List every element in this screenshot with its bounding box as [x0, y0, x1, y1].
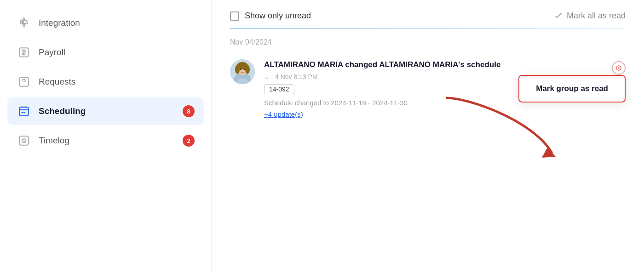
integration-icon [17, 16, 31, 30]
sidebar-item-requests[interactable]: Requests [7, 68, 204, 96]
timelog-icon [17, 133, 31, 148]
sidebar-item-requests-label: Requests [39, 77, 195, 87]
show-unread-toggle[interactable]: Show only unread [230, 11, 311, 21]
scheduling-badge: 8 [183, 105, 195, 117]
sidebar-item-payroll[interactable]: Payroll [7, 39, 204, 66]
sidebar: Integration Payroll Requests [0, 0, 212, 273]
double-check-icon [554, 11, 563, 21]
notification-item: ALTAMIRANO MARIA changed ALTAMIRANO MARI… [212, 52, 644, 126]
payroll-icon [17, 45, 31, 60]
sidebar-item-scheduling[interactable]: Scheduling 8 [7, 97, 204, 125]
svg-rect-2 [19, 107, 29, 115]
main-content: Show only unread Mark all as read Nov 04… [212, 0, 644, 273]
sidebar-item-timelog-label: Timelog [39, 136, 183, 146]
sidebar-item-scheduling-label: Scheduling [39, 106, 183, 116]
chevron-down-icon[interactable]: ⌄ [264, 73, 270, 80]
sidebar-item-integration-label: Integration [39, 18, 195, 28]
avatar [230, 59, 255, 84]
sidebar-item-payroll-label: Payroll [39, 47, 195, 57]
svg-point-17 [618, 67, 620, 69]
show-unread-checkbox[interactable] [230, 11, 239, 21]
svg-rect-4 [23, 112, 25, 113]
svg-point-13 [240, 69, 242, 70]
unread-dot-icon [615, 65, 622, 71]
header-bar: Show only unread Mark all as read [212, 0, 644, 28]
svg-point-14 [244, 69, 245, 70]
timelog-badge: 2 [183, 135, 195, 147]
read-indicator-button[interactable] [612, 61, 626, 75]
notification-title: ALTAMIRANO MARIA changed ALTAMIRANO MARI… [264, 59, 549, 70]
sidebar-item-integration[interactable]: Integration [7, 9, 204, 37]
mark-group-label: Mark group as read [536, 84, 608, 93]
updates-link[interactable]: +4 update(s) [264, 110, 303, 118]
svg-point-11 [235, 65, 240, 74]
mark-all-read-button[interactable]: Mark all as read [554, 11, 626, 21]
svg-rect-3 [22, 112, 23, 113]
mark-group-popup[interactable]: Mark group as read [518, 75, 626, 102]
notification-tag: 14-092 [264, 84, 294, 94]
svg-point-12 [245, 65, 250, 74]
mark-all-read-label: Mark all as read [567, 11, 626, 21]
svg-marker-18 [542, 148, 556, 158]
requests-icon [17, 74, 31, 89]
sidebar-item-timelog[interactable]: Timelog 2 [7, 127, 204, 154]
scheduling-icon [17, 104, 31, 119]
show-unread-label: Show only unread [245, 11, 311, 21]
date-group-label: Nov 04/2024 [212, 29, 644, 52]
notification-time: 4 Nov 8:13 PM [275, 73, 318, 80]
